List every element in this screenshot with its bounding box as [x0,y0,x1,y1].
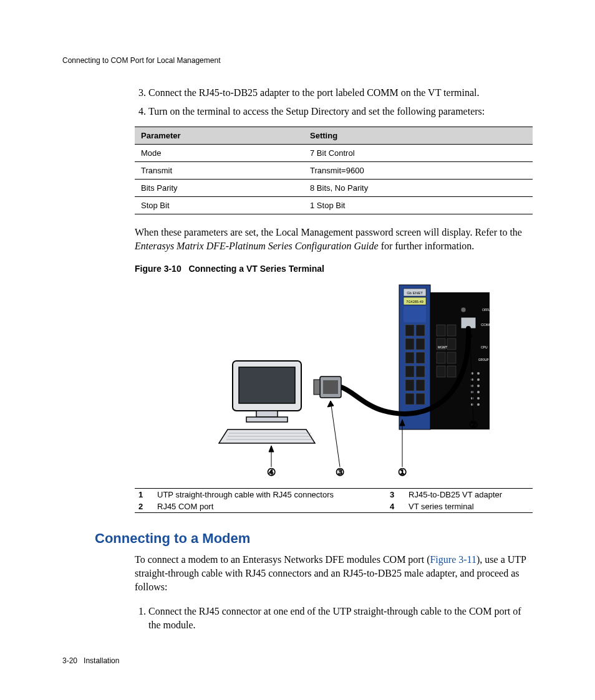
svg-rect-6 [416,325,425,336]
svg-rect-13 [405,380,414,391]
svg-rect-5 [405,325,414,336]
table-row: Bits Parity 8 Bits, No Parity [135,180,533,197]
port-label-offline: OFFLINE RESET [482,308,506,312]
step-4: Turn on the terminal to access the Setup… [148,105,533,118]
svg-marker-57 [269,446,274,452]
svg-rect-44 [256,411,278,417]
module-icon: Gb ENET 7G4285-49 [399,285,506,429]
svg-rect-17 [437,325,445,336]
svg-point-32 [477,385,480,387]
port-label-cpu: CPU [481,345,488,349]
svg-rect-11 [405,366,414,377]
section-heading-modem: Connecting to a Modem [95,530,533,547]
svg-rect-9 [405,352,414,363]
svg-rect-4 [404,306,426,322]
parameter-table: Parameter Setting Mode 7 Bit Control Tra… [135,127,533,214]
callout-3: ③ [336,467,344,477]
figure-3-11-link[interactable]: Figure 3-11 [430,554,476,565]
table-row: Mode 7 Bit Control [135,145,533,162]
module-label-bottom: 7G4285-49 [406,300,423,304]
svg-line-54 [331,401,340,467]
after-table-paragraph: When these parameters are set, the Local… [135,226,533,252]
svg-rect-40 [314,380,320,395]
svg-marker-55 [327,401,334,407]
svg-rect-8 [416,338,425,350]
running-header: Connecting to COM Port for Local Managem… [62,56,533,65]
steps-top: Connect the RJ45-to-DB25 adapter to the … [135,86,533,118]
svg-rect-18 [447,325,456,336]
figure-svg: Gb ENET 7G4285-49 [159,280,508,479]
table-row: Stop Bit 1 Stop Bit [135,197,533,214]
svg-rect-45 [246,417,288,422]
svg-rect-41 [323,380,338,394]
svg-rect-22 [447,352,456,363]
svg-point-38 [477,403,480,406]
port-label-mgmt: MGMT [438,345,447,349]
param-col-header: Parameter [135,127,304,145]
terminal-icon [219,361,315,443]
port-label-group: GROUP SELECT [478,358,500,362]
callout-4: ④ [267,467,276,477]
svg-point-30 [477,378,480,381]
guide-title: Enterasys Matrix DFE-Platinum Series Con… [135,241,379,251]
modem-intro: To connect a modem to an Enterasys Netwo… [135,553,533,593]
svg-rect-16 [416,393,425,405]
svg-rect-24 [447,366,456,377]
steps-modem: Connect the RJ45 connector at one end of… [135,605,533,631]
svg-rect-10 [416,352,425,363]
port-label-com: COM [481,323,490,327]
svg-point-36 [477,397,480,400]
adapter-icon [314,376,341,398]
svg-point-29 [471,378,473,381]
svg-rect-20 [447,338,456,350]
figure-caption: Figure 3-10 Connecting a VT Series Termi… [135,264,533,274]
setting-col-header: Setting [304,127,533,145]
svg-point-34 [477,391,480,393]
step-3: Connect the RJ45-to-DB25 adapter to the … [148,86,533,100]
svg-rect-14 [416,380,425,391]
svg-rect-23 [437,366,445,377]
table-row: Transmit Transmit=9600 [135,162,533,180]
figure-3-10: Gb ENET 7G4285-49 [159,280,508,482]
svg-point-26 [461,307,466,312]
figure-legend: 1 UTP straight-through cable with RJ45 c… [135,488,533,513]
page-footer: 3-20 Installation [62,656,533,665]
svg-rect-7 [405,338,414,350]
callout-1: ① [398,467,407,477]
modem-step-1: Connect the RJ45 connector at one end of… [148,605,533,631]
callout-2: ② [469,420,478,430]
svg-rect-12 [416,366,425,377]
svg-rect-43 [239,367,295,403]
module-label-top: Gb ENET [407,291,423,295]
svg-rect-21 [437,352,445,363]
svg-point-28 [477,372,480,375]
svg-rect-15 [405,393,414,405]
